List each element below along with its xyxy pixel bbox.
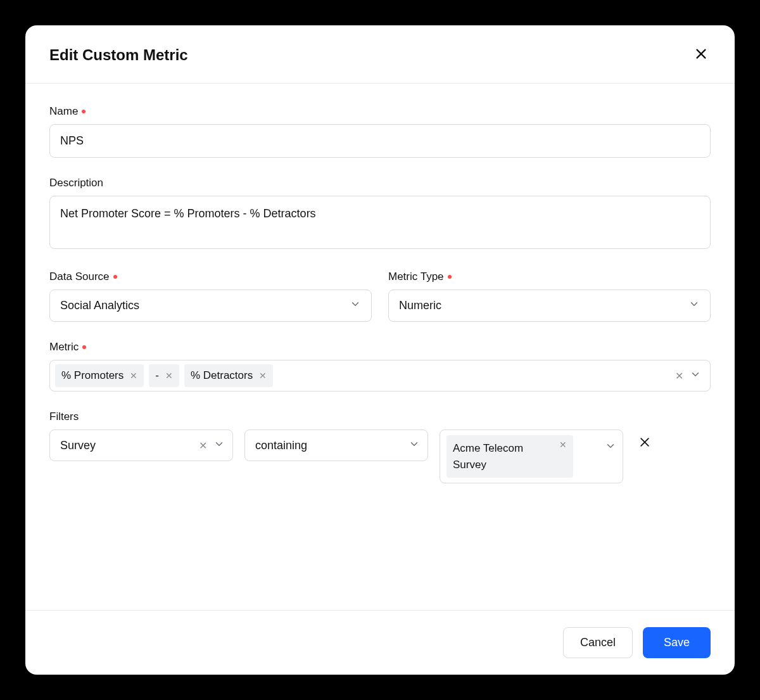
name-label-text: Name bbox=[49, 105, 78, 118]
name-label: Name bbox=[49, 105, 711, 118]
chip-remove-icon[interactable]: ✕ bbox=[559, 440, 567, 449]
filter-value-text: Acme Telecom Survey bbox=[453, 440, 553, 473]
close-icon bbox=[638, 436, 651, 450]
clear-icon[interactable]: ✕ bbox=[199, 440, 207, 452]
description-input[interactable]: Net Promoter Score = % Promoters - % Det… bbox=[49, 196, 711, 249]
metric-chip: - ✕ bbox=[149, 364, 179, 387]
modal-body: Name Description Net Promoter Score = % … bbox=[25, 84, 735, 610]
description-label: Description bbox=[49, 177, 711, 189]
filter-condition-value: containing bbox=[255, 439, 307, 452]
chevron-down-icon bbox=[350, 298, 361, 313]
chip-remove-icon[interactable]: ✕ bbox=[165, 371, 173, 380]
chevron-down-icon bbox=[213, 438, 225, 452]
metric-type-group: Metric Type Numeric bbox=[388, 270, 711, 322]
data-source-group: Data Source Social Analytics bbox=[49, 270, 372, 322]
chevron-down-icon[interactable] bbox=[690, 369, 701, 383]
required-indicator bbox=[82, 110, 86, 113]
data-source-value: Social Analytics bbox=[60, 299, 139, 312]
filter-field-value: Survey bbox=[60, 439, 96, 452]
data-source-select[interactable]: Social Analytics bbox=[49, 290, 372, 322]
chip-label: % Detractors bbox=[191, 369, 253, 382]
edit-custom-metric-modal: Edit Custom Metric Name Description Net … bbox=[25, 25, 735, 675]
data-source-label-text: Data Source bbox=[49, 270, 110, 283]
filters-group: Filters Survey ✕ containing bbox=[49, 410, 711, 483]
name-input[interactable] bbox=[49, 124, 711, 158]
cancel-button[interactable]: Cancel bbox=[563, 627, 633, 658]
data-source-label: Data Source bbox=[49, 270, 372, 283]
metric-chips: % Promoters ✕ - ✕ % Detractors ✕ bbox=[55, 364, 273, 387]
filters-label-text: Filters bbox=[49, 410, 79, 423]
required-indicator bbox=[82, 345, 86, 349]
modal-title: Edit Custom Metric bbox=[49, 46, 188, 64]
metric-type-select[interactable]: Numeric bbox=[388, 290, 711, 322]
metric-chip: % Promoters ✕ bbox=[55, 364, 144, 387]
remove-filter-button[interactable] bbox=[635, 430, 655, 457]
metric-group: Metric % Promoters ✕ - ✕ % Detractors ✕ bbox=[49, 341, 711, 391]
required-indicator bbox=[448, 275, 452, 279]
modal-header: Edit Custom Metric bbox=[25, 25, 735, 84]
clear-all-icon[interactable]: ✕ bbox=[675, 370, 683, 382]
close-icon bbox=[694, 47, 708, 63]
filter-value-chip: Acme Telecom Survey ✕ bbox=[446, 435, 573, 478]
metric-type-label: Metric Type bbox=[388, 270, 711, 283]
metric-type-label-text: Metric Type bbox=[388, 270, 444, 283]
description-group: Description Net Promoter Score = % Promo… bbox=[49, 177, 711, 251]
metric-label-text: Metric bbox=[49, 341, 79, 353]
filter-row: Survey ✕ containing bbox=[49, 430, 711, 483]
chevron-down-icon bbox=[408, 438, 420, 452]
chip-label: - bbox=[155, 369, 159, 382]
description-label-text: Description bbox=[49, 177, 103, 189]
metric-chip: % Detractors ✕ bbox=[184, 364, 273, 387]
filter-field-select[interactable]: Survey ✕ bbox=[49, 430, 233, 461]
required-indicator bbox=[113, 275, 117, 279]
chip-remove-icon[interactable]: ✕ bbox=[259, 371, 267, 380]
close-button[interactable] bbox=[692, 44, 711, 65]
modal-footer: Cancel Save bbox=[25, 610, 735, 675]
metric-type-value: Numeric bbox=[399, 299, 441, 312]
name-group: Name bbox=[49, 105, 711, 158]
metric-label: Metric bbox=[49, 341, 711, 353]
filters-label: Filters bbox=[49, 410, 711, 423]
metric-chips-input[interactable]: % Promoters ✕ - ✕ % Detractors ✕ ✕ bbox=[49, 360, 711, 391]
chevron-down-icon bbox=[605, 440, 616, 454]
chevron-down-icon bbox=[688, 298, 700, 313]
filter-condition-select[interactable]: containing bbox=[244, 430, 428, 461]
save-button[interactable]: Save bbox=[643, 627, 711, 658]
chip-label: % Promoters bbox=[61, 369, 124, 382]
filter-value-select[interactable]: Acme Telecom Survey ✕ bbox=[440, 430, 623, 483]
chip-remove-icon[interactable]: ✕ bbox=[130, 371, 137, 380]
